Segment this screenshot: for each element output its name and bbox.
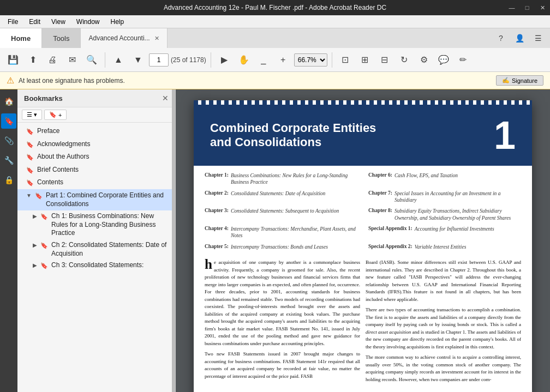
hand-tool-button[interactable]: ✋	[235, 51, 253, 69]
save-button[interactable]: 💾	[4, 51, 22, 69]
toolbar-separator-3	[332, 52, 332, 68]
menu-view[interactable]: View	[46, 17, 71, 27]
menu-edit[interactable]: Edit	[23, 17, 46, 27]
app-title: Advanced Accounting 12e - Paul M. Fische…	[164, 4, 386, 11]
bookmark-ch3[interactable]: ▶ 🔖 Ch 3: Consolidated Statements:	[28, 260, 175, 272]
tab-tools[interactable]: Tools	[42, 28, 81, 48]
bookmark-about-authors[interactable]: 🔖 About the Authors	[17, 150, 175, 164]
sidebar-add-button[interactable]: 🔖 +	[44, 110, 67, 120]
bookmark-acknowledgments[interactable]: 🔖 Acknowledgments	[17, 138, 175, 151]
email-button[interactable]: ✉	[63, 51, 81, 69]
options-icon: ☰	[27, 111, 32, 118]
menu-help[interactable]: Help	[105, 17, 130, 27]
maximize-button[interactable]: □	[519, 0, 535, 15]
left-nav-bookmarks[interactable]: 🔖	[1, 113, 16, 129]
left-nav-attach[interactable]: 📎	[1, 133, 16, 148]
chapter-body: he acquisition of one company by another…	[194, 257, 532, 392]
bookmark-contents[interactable]: 🔖 Contents	[17, 176, 175, 189]
two-page-button[interactable]: ⊟	[376, 51, 393, 69]
pdf-page: Combined Corporate Entitiesand Consolida…	[194, 100, 532, 392]
search-button[interactable]: 🔍	[83, 51, 100, 69]
expand-icon-part1[interactable]: ▼	[26, 192, 32, 198]
ch-entry-sp1: Special Appendix 1: Accounting for Influ…	[368, 225, 521, 240]
left-nav-tools[interactable]: 🔧	[1, 153, 16, 168]
body-text-left-2: Two new FASB Statements issued in 2007 b…	[205, 351, 360, 380]
body-text-right-3: The more common way to achieve control i…	[366, 354, 521, 383]
tab-home[interactable]: Home	[0, 28, 42, 48]
close-button[interactable]: ✕	[535, 0, 550, 15]
sidebar-content[interactable]: 🔖 Preface 🔖 Acknowledgments 🔖 About the …	[17, 123, 175, 392]
bookmark-part1[interactable]: ▼ 🔖 Part 1: Combined Corporate Entities …	[17, 189, 175, 210]
tab-bar-right: ? 👤 ☰	[493, 28, 550, 48]
zoom-control: 66.7% 50% 75% 100% 125% 150%	[294, 53, 327, 67]
minimize-button[interactable]: —	[504, 0, 519, 15]
pdf-area[interactable]: Combined Corporate Entitiesand Consolida…	[176, 89, 550, 392]
bookmark-label-ch2: Ch 2: Consolidated Statements: Date of A…	[51, 241, 169, 258]
tools-button[interactable]: ⚙	[415, 51, 433, 69]
left-nav-home[interactable]: 🏠	[1, 94, 16, 109]
menu-file[interactable]: File	[2, 17, 23, 27]
page-number-input[interactable]	[149, 53, 169, 67]
bookmark-icon-ack: 🔖	[26, 141, 34, 148]
tab-document[interactable]: Advanced Accounti... ✕	[81, 28, 167, 48]
tab-bar: Home Tools Advanced Accounti... ✕ ? 👤 ☰	[0, 28, 550, 48]
bookmark-ch2[interactable]: ▶ 🔖 Ch 2: Consolidated Statements: Date …	[28, 239, 175, 260]
chapter-title: Combined Corporate Entitiesand Consolida…	[210, 121, 376, 149]
tab-close-button[interactable]: ✕	[154, 35, 159, 42]
title-bar: Advanced Accounting 12e - Paul M. Fische…	[0, 0, 550, 15]
upload-button[interactable]: ⬆	[24, 51, 41, 69]
signature-button[interactable]: ✍ Signature	[496, 75, 543, 86]
body-col-left: he acquisition of one company by another…	[205, 259, 360, 383]
help-button[interactable]: ?	[493, 31, 509, 46]
expand-icon-ch3[interactable]: ▶	[33, 262, 37, 268]
left-nav-security[interactable]: 🔒	[1, 172, 16, 188]
sidebar-options-button[interactable]: ☰ ▾	[22, 110, 42, 120]
zoom-out-button[interactable]: ⎯	[255, 51, 272, 69]
sidebar-close-button[interactable]: ✕	[162, 94, 169, 102]
bookmark-label-ch3: Ch 3: Consolidated Statements:	[51, 261, 144, 270]
warning-icon: ⚠	[7, 75, 14, 86]
sidebar-title: Bookmarks	[24, 94, 63, 102]
body-text-right: Board (IASB). Some minor differences sti…	[366, 259, 521, 303]
expand-icon-ch2[interactable]: ▶	[33, 242, 37, 248]
zoom-select[interactable]: 66.7% 50% 75% 100% 125% 150%	[294, 53, 327, 67]
bookmark-label-part1: Part 1: Combined Corporate Entities and …	[46, 191, 169, 208]
body-col-right: Board (IASB). Some minor differences sti…	[366, 259, 521, 383]
bookmark-label-ch1: Ch 1: Business Combinations: New Rules f…	[51, 212, 169, 238]
print-button[interactable]: 🖨	[44, 51, 61, 69]
expand-icon-ch1[interactable]: ▶	[33, 213, 37, 219]
toolbar-separator-2	[211, 52, 211, 68]
rotate-button[interactable]: ↻	[396, 51, 413, 69]
bookmark-brief-contents[interactable]: 🔖 Brief Contents	[17, 164, 175, 177]
menu-window[interactable]: Window	[71, 17, 105, 27]
menu-button[interactable]: ☰	[530, 31, 546, 46]
fit-page-button[interactable]: ⊡	[337, 51, 354, 69]
next-page-button[interactable]: ▼	[129, 51, 147, 69]
chapter-table: Chapter 1: Business Combinations: New Ru…	[194, 166, 532, 257]
bookmark-icon-part1: 🔖	[35, 192, 43, 200]
bookmark-icon-brief: 🔖	[26, 167, 34, 174]
chapter-number: 1	[494, 116, 516, 155]
prev-page-button[interactable]: ▲	[110, 51, 127, 69]
window-controls: — □ ✕	[504, 0, 550, 15]
sidebar-resize-handle[interactable]	[172, 89, 175, 392]
pen-button[interactable]: ✏	[455, 51, 472, 69]
ch-entry-5: Chapter 5: Intercompany Transactions: Bo…	[205, 243, 357, 251]
toolbar: 💾 ⬆ 🖨 ✉ 🔍 ▲ ▼ (25 of 1178) ▶ ✋ ⎯ + 66.7%…	[0, 48, 550, 72]
sidebar-header: Bookmarks ✕	[17, 89, 175, 107]
page-navigation: (25 of 1178)	[149, 53, 206, 67]
cursor-tool-button[interactable]: ▶	[216, 51, 233, 69]
account-button[interactable]: 👤	[512, 31, 527, 46]
signature-bar: ⚠ At least one signature has problems. ✍…	[0, 72, 550, 89]
signature-icon: ✍	[502, 77, 510, 84]
bookmark-label-preface: Preface	[37, 127, 59, 136]
comment-button[interactable]: 💬	[435, 51, 452, 69]
bookmark-ch1[interactable]: ▶ 🔖 Ch 1: Business Combinations: New Rul…	[28, 210, 175, 239]
bookmark-label-contents: Contents	[37, 178, 63, 187]
bookmark-preface[interactable]: 🔖 Preface	[17, 125, 175, 138]
bookmark-icon-contents: 🔖	[26, 179, 34, 186]
zoom-in-button[interactable]: +	[274, 51, 292, 69]
bookmark-label-authors: About the Authors	[37, 153, 89, 161]
fit-width-button[interactable]: ⊞	[356, 51, 374, 69]
bookmark-icon-authors: 🔖	[26, 154, 34, 161]
